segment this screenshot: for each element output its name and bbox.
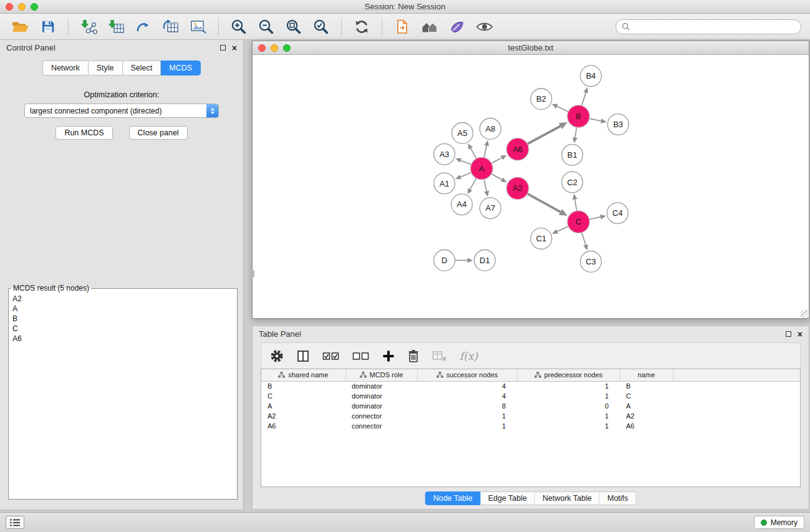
result-item[interactable]: C — [9, 324, 237, 334]
result-item[interactable]: A6 — [9, 334, 237, 344]
result-item[interactable]: A2 — [9, 294, 237, 304]
zoom-in-button[interactable] — [227, 17, 251, 37]
new-network-button[interactable] — [132, 17, 155, 37]
show-graphics-button[interactable] — [473, 17, 496, 37]
new-table-button[interactable] — [159, 17, 183, 37]
graph-edge-B-B3[interactable] — [589, 118, 601, 121]
table-cell[interactable]: dominator — [345, 391, 417, 401]
table-cell[interactable]: C — [261, 391, 345, 401]
table-cell[interactable]: A2 — [261, 411, 345, 421]
graph-edge-A-A3[interactable] — [461, 160, 471, 165]
home-button[interactable] — [418, 17, 441, 37]
zoom-window-icon[interactable] — [31, 3, 38, 11]
table-settings-gear-icon[interactable] — [270, 349, 284, 363]
result-item[interactable]: B — [9, 314, 237, 324]
open-session-button[interactable] — [9, 17, 32, 37]
table-cell[interactable]: C — [620, 391, 673, 401]
graph-edge-B-B1[interactable] — [575, 127, 577, 138]
show-columns-icon[interactable] — [296, 349, 310, 363]
resize-grip-icon[interactable] — [801, 310, 808, 317]
network-minimize-icon[interactable] — [271, 44, 278, 52]
tab-network-table[interactable]: Network Table — [535, 491, 600, 505]
table-cell[interactable]: B — [261, 381, 345, 391]
deselect-all-icon[interactable] — [352, 351, 370, 362]
minimize-window-icon[interactable] — [18, 3, 26, 11]
network-canvas[interactable]: B4B2BB3A5A8A6A3B1AA1C2A2A4A7C4CC1C3DD1 — [253, 56, 808, 317]
graph-edge-A-A7[interactable] — [484, 180, 486, 191]
graph-edge-A-A4[interactable] — [470, 178, 476, 190]
table-row[interactable]: A2connector11A2 — [261, 411, 800, 421]
float-table-panel-icon[interactable] — [786, 331, 791, 337]
graph-edge-A-A8[interactable] — [484, 146, 486, 158]
table-cell[interactable]: connector — [345, 411, 417, 421]
close-table-panel-icon[interactable]: × — [798, 330, 803, 339]
table-cell[interactable]: 1 — [517, 411, 620, 421]
column-header-mcds-role[interactable]: MCDS role — [345, 369, 417, 381]
graph-edge-C-C3[interactable] — [582, 233, 586, 245]
select-all-icon[interactable] — [322, 351, 340, 362]
delete-table-icon[interactable] — [432, 351, 447, 362]
graph-edge-B-B4[interactable] — [582, 92, 586, 105]
table-row[interactable]: Cdominator41C — [261, 391, 800, 401]
import-table-button[interactable] — [104, 17, 128, 37]
zoom-fit-button[interactable] — [282, 17, 306, 37]
delete-column-trash-icon[interactable] — [407, 349, 420, 364]
tab-node-table[interactable]: Node Table — [425, 491, 481, 505]
column-header-shared-name[interactable]: shared name — [261, 369, 345, 381]
save-session-button[interactable] — [36, 17, 60, 37]
graph-edge-A2-C[interactable] — [528, 194, 561, 212]
export-image-button[interactable] — [186, 17, 210, 37]
float-panel-icon[interactable] — [220, 45, 226, 51]
tab-style[interactable]: Style — [89, 60, 123, 75]
graph-edge-C-C4[interactable] — [589, 217, 600, 220]
run-mcds-button[interactable]: Run MCDS — [55, 126, 112, 140]
tab-edge-table[interactable]: Edge Table — [481, 491, 535, 505]
table-cell[interactable]: A — [620, 401, 673, 411]
graph-edge-A-A2[interactable] — [491, 174, 502, 180]
table-cell[interactable]: dominator — [345, 401, 417, 411]
zoom-out-button[interactable] — [254, 17, 278, 37]
table-cell[interactable]: A6 — [620, 421, 673, 431]
table-row[interactable]: Bdominator41B — [261, 381, 800, 391]
table-cell[interactable]: connector — [345, 421, 417, 431]
network-zoom-icon[interactable] — [283, 44, 291, 52]
tab-motifs[interactable]: Motifs — [600, 491, 636, 505]
network-close-icon[interactable] — [258, 44, 266, 52]
table-cell[interactable]: 0 — [517, 401, 620, 411]
table-cell[interactable]: 4 — [417, 391, 517, 401]
open-document-button[interactable] — [390, 17, 414, 37]
zoom-selected-button[interactable] — [309, 17, 333, 37]
result-item[interactable]: A — [9, 304, 237, 314]
graph-edge-A-A6[interactable] — [491, 158, 501, 163]
close-panel-button[interactable]: Close panel — [129, 126, 188, 140]
graph-edge-A-A5[interactable] — [471, 148, 476, 159]
table-cell[interactable]: 1 — [517, 421, 620, 431]
column-header-name[interactable]: name — [620, 369, 673, 381]
graph-edge-A-A1[interactable] — [461, 173, 471, 177]
horizontal-scrollbar-thumb[interactable] — [531, 321, 538, 323]
graph-edge-C-C2[interactable] — [575, 200, 577, 211]
apply-layout-button[interactable] — [350, 17, 374, 37]
add-column-plus-icon[interactable] — [382, 350, 395, 362]
table-cell[interactable]: 1 — [417, 421, 517, 431]
table-cell[interactable]: dominator — [345, 381, 417, 391]
table-cell[interactable]: 1 — [517, 391, 620, 401]
memory-button[interactable]: Memory — [754, 516, 804, 529]
close-panel-icon[interactable]: × — [232, 44, 237, 52]
task-history-button[interactable] — [6, 516, 24, 529]
function-builder-fx[interactable]: f(x) — [460, 350, 478, 362]
table-row[interactable]: A6connector11A6 — [261, 421, 800, 431]
network-graph[interactable]: B4B2BB3A5A8A6A3B1AA1C2A2A4A7C4CC1C3DD1 — [253, 56, 808, 317]
table-cell[interactable]: A2 — [620, 411, 673, 421]
table-cell[interactable]: 4 — [417, 381, 517, 391]
table-cell[interactable]: B — [620, 381, 673, 391]
tab-select[interactable]: Select — [123, 60, 162, 75]
tab-network[interactable]: Network — [42, 60, 89, 75]
search-input[interactable] — [633, 22, 795, 31]
tab-mcds[interactable]: MCDS — [161, 60, 201, 75]
column-header-successor-nodes[interactable]: successor nodes — [417, 369, 517, 381]
graph-edge-B-B2[interactable] — [557, 106, 568, 112]
graph-edge-A6-B[interactable] — [528, 126, 561, 144]
table-cell[interactable]: 1 — [517, 381, 620, 391]
graph-edge-C-C1[interactable] — [557, 226, 568, 231]
